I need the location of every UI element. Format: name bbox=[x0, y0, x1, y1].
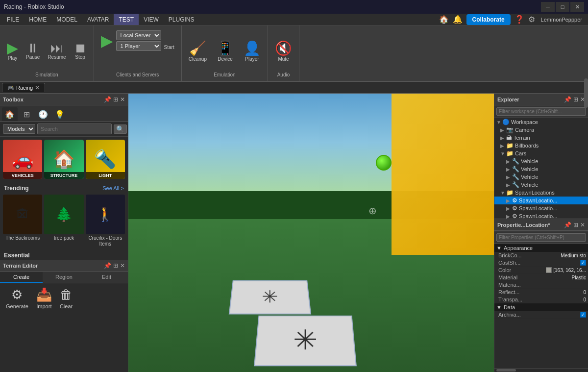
terrain-editor-header: Terrain Editor 📌 ⊞ ✕ bbox=[0, 260, 128, 272]
menu-test[interactable]: TEST bbox=[114, 14, 139, 25]
racing-tab[interactable]: 🎮 Racing ✕ bbox=[2, 83, 45, 92]
data-section[interactable]: ▼ Data bbox=[494, 303, 588, 311]
terrain-tab-create[interactable]: Create bbox=[0, 272, 43, 283]
search-input[interactable] bbox=[37, 124, 112, 134]
tab-close-button[interactable]: ✕ bbox=[35, 84, 40, 91]
mute-button[interactable]: 🔇 Mute bbox=[272, 39, 295, 63]
tree-cars[interactable]: ▼ 📁 Cars bbox=[494, 149, 588, 157]
tree-camera[interactable]: ▶ 📷 Camera bbox=[494, 126, 588, 134]
menu-view[interactable]: VIEW bbox=[139, 14, 164, 25]
menu-plugins[interactable]: PLUGINS bbox=[164, 14, 199, 25]
stop-button[interactable]: ⏹ Stop bbox=[71, 41, 90, 61]
brickco-value[interactable]: Medium sto bbox=[561, 253, 586, 258]
terrain-dock-icon[interactable]: ⊞ bbox=[113, 262, 118, 269]
trend-item-crucifix[interactable]: 🚶 Crucifix - Doors Items bbox=[86, 195, 125, 247]
close-button[interactable]: ✕ bbox=[570, 2, 584, 12]
tree-vehicle-1[interactable]: ▶ 🔧 Vehicle bbox=[494, 157, 588, 165]
appearance-section[interactable]: ▼ Appearance bbox=[494, 244, 588, 252]
server-select[interactable]: Local Server bbox=[116, 30, 161, 40]
collaborate-button[interactable]: Collaborate bbox=[466, 14, 511, 25]
start-button[interactable]: ▶ Local Server 1 Player Start bbox=[98, 29, 177, 52]
tree-vehicle-3[interactable]: ▶ 🔧 Vehicle bbox=[494, 173, 588, 181]
bell-icon[interactable]: 🔔 bbox=[453, 15, 463, 24]
tree-workspace[interactable]: ▼ 🔵 Workspace bbox=[494, 118, 588, 126]
tree-spawnloc-1[interactable]: ▶ ⚙ SpawnLocatio... bbox=[494, 197, 588, 204]
scrollbar-thumb-h[interactable] bbox=[496, 369, 516, 372]
play-button[interactable]: ▶ Play bbox=[4, 40, 21, 62]
maximize-button[interactable]: □ bbox=[556, 2, 569, 12]
menu-file[interactable]: FILE bbox=[2, 14, 24, 25]
see-all-link[interactable]: See All > bbox=[102, 185, 124, 191]
device-button[interactable]: 📱 Device bbox=[214, 39, 237, 63]
generate-action[interactable]: ⚙ Generate bbox=[6, 287, 28, 309]
explorer-filter-input[interactable] bbox=[496, 107, 586, 116]
tree-vehicle-4[interactable]: ▶ 🔧 Vehicle bbox=[494, 181, 588, 189]
toolbox-dock-icon[interactable]: ⊞ bbox=[113, 96, 118, 103]
spawn-icon: 📁 bbox=[506, 189, 514, 196]
home-icon[interactable]: 🏠 bbox=[439, 15, 449, 24]
terrain-tab-region[interactable]: Region bbox=[43, 272, 85, 283]
search-button[interactable]: 🔍 bbox=[114, 124, 127, 134]
prop-material: Material Plastic bbox=[494, 274, 588, 281]
vehicles-item[interactable]: 🚗 VEHICLES bbox=[3, 140, 42, 179]
props-dock-icon[interactable]: ⊞ bbox=[573, 222, 578, 228]
structure-item[interactable]: 🏠 STRUCTURE bbox=[44, 140, 83, 179]
prop-archiva: Archiva... ✓ bbox=[494, 311, 588, 319]
props-close-icon[interactable]: ✕ bbox=[580, 222, 585, 228]
color-swatch[interactable] bbox=[546, 267, 552, 273]
tree-spawnloc-3[interactable]: ▶ ⚙ SpawnLocatio... bbox=[494, 212, 588, 219]
reflect-value[interactable]: 0 bbox=[583, 290, 586, 295]
toolbox-tab-recent[interactable]: 🕐 bbox=[35, 107, 51, 121]
transpa-value[interactable]: 0 bbox=[583, 297, 586, 302]
pause-button[interactable]: ⏸ Pause bbox=[23, 41, 43, 61]
model-type-select[interactable]: Models bbox=[3, 124, 35, 134]
terrain-close-icon[interactable]: ✕ bbox=[120, 262, 125, 269]
archiva-checkbox[interactable]: ✓ bbox=[580, 312, 586, 318]
trend-item-treepack[interactable]: 🌲 tree pack bbox=[44, 195, 83, 247]
toolbox-tab-light[interactable]: 💡 bbox=[52, 107, 68, 121]
star-decal-2: ✳ bbox=[293, 324, 318, 356]
help-icon[interactable]: ❓ bbox=[514, 15, 524, 24]
import-action[interactable]: 📥 Import bbox=[36, 287, 52, 309]
color-value[interactable]: [163, 162, 16... bbox=[546, 267, 586, 273]
terrain-tab-edit[interactable]: Edit bbox=[85, 272, 128, 283]
explorer-pin-icon[interactable]: 📌 bbox=[564, 96, 571, 103]
toolbox-tab-grid[interactable]: ⊞ bbox=[19, 107, 34, 121]
tree-terrain[interactable]: ▶ 🏔 Terrain bbox=[494, 134, 588, 142]
terrain-icon: 🏔 bbox=[506, 134, 512, 141]
props-pin-icon[interactable]: 📌 bbox=[564, 222, 571, 228]
properties-panel: ▼ Appearance BrickCo... Medium sto CastS… bbox=[494, 231, 588, 368]
properties-filter-input[interactable] bbox=[496, 233, 586, 242]
player-button[interactable]: 👤 Player bbox=[241, 39, 264, 63]
toolbox-pin-icon[interactable]: 📌 bbox=[104, 96, 111, 103]
menu-home[interactable]: HOME bbox=[24, 14, 51, 25]
tree-spawnloc-2[interactable]: ▶ ⚙ SpawnLocatio... bbox=[494, 204, 588, 212]
menu-avatar[interactable]: AVATAR bbox=[82, 14, 114, 25]
tree-vehicle-2[interactable]: ▶ 🔧 Vehicle bbox=[494, 165, 588, 173]
viewport[interactable]: ✳ ✳ ⊕ bbox=[128, 94, 494, 372]
castsh-value[interactable]: ✓ bbox=[580, 260, 586, 266]
cleanup-button[interactable]: 🧹 Cleanup bbox=[186, 39, 210, 63]
terrain-pin-icon[interactable]: 📌 bbox=[104, 262, 111, 269]
resume-button[interactable]: ⏭ Resume bbox=[45, 41, 69, 61]
import-icon: 📥 bbox=[36, 287, 52, 302]
menu-model[interactable]: MODEL bbox=[51, 14, 82, 25]
tree-container: ▼ 🔵 Workspace ▶ 📷 Camera ▶ 🏔 Terrain bbox=[494, 118, 588, 219]
settings-icon[interactable]: ⚙ bbox=[528, 15, 535, 24]
toolbox-tab-home[interactable]: 🏠 bbox=[2, 107, 18, 121]
viewport-tile-1: ✳ bbox=[229, 280, 311, 314]
light-item[interactable]: 🔦 LIGHT bbox=[86, 140, 125, 179]
camera-icon: 📷 bbox=[506, 126, 514, 133]
player-count-select[interactable]: 1 Player bbox=[116, 41, 161, 51]
minimize-button[interactable]: ─ bbox=[541, 2, 555, 12]
tree-billboards[interactable]: ▶ 📁 Billboards bbox=[494, 142, 588, 149]
clear-action[interactable]: 🗑 Clear bbox=[60, 287, 73, 309]
archiva-value[interactable]: ✓ bbox=[580, 312, 586, 318]
castsh-checkbox[interactable]: ✓ bbox=[580, 260, 586, 266]
properties-scrollbar-h[interactable] bbox=[494, 368, 588, 372]
tree-spawnlocations[interactable]: ▼ 📁 SpawnLocations bbox=[494, 189, 588, 197]
material-value[interactable]: Plastic bbox=[572, 275, 586, 280]
explorer-dock-icon[interactable]: ⊞ bbox=[573, 96, 578, 103]
toolbox-close-icon[interactable]: ✕ bbox=[120, 96, 125, 103]
trend-item-backrooms[interactable]: 🏚 The Backrooms bbox=[3, 195, 42, 247]
